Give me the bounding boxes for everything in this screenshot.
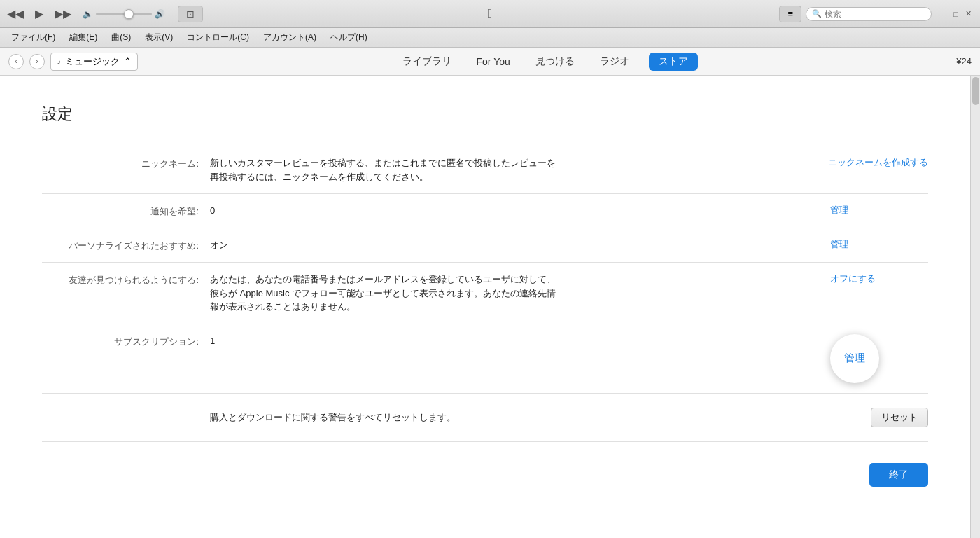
main-scroll-area: 設定 ニックネーム: 新しいカスタマーレビューを投稿する、またはこれまでに匿名で… <box>0 76 980 538</box>
window-controls: — □ ✕ <box>936 9 974 18</box>
playback-controls: ◀◀ ▶ ▶▶ 🔈 🔊 ⊡ <box>6 4 203 24</box>
volume-track[interactable] <box>96 13 152 15</box>
action-notification: 管理 <box>816 204 928 216</box>
settings-table: ニックネーム: 新しいカスタマーレビューを投稿する、またはこれまでに匿名で投稿し… <box>42 146 928 394</box>
source-label: ミュージック <box>65 55 120 68</box>
airplay-button[interactable]: ⊡ <box>178 6 203 22</box>
nav-forward-button[interactable]: › <box>29 54 45 69</box>
title-bar: ◀◀ ▶ ▶▶ 🔈 🔊 ⊡  ≡ 🔍 — □ ✕ <box>0 0 980 28</box>
settings-row-nickname: ニックネーム: 新しいカスタマーレビューを投稿する、またはこれまでに匿名で投稿し… <box>42 146 928 194</box>
menu-song[interactable]: 曲(S) <box>106 30 136 45</box>
settings-row-personalized: パーソナライズされたおすすめ: オン 管理 <box>42 228 928 263</box>
settings-row-notification: 通知を希望: 0 管理 <box>42 194 928 228</box>
reset-section: 購入とダウンロードに関する警告をすべてリセットします。 リセット <box>42 394 928 442</box>
source-chevron-icon: ⌃ <box>124 56 132 67</box>
label-notification: 通知を希望: <box>42 204 210 218</box>
create-nickname-link[interactable]: ニックネームを作成する <box>828 157 928 167</box>
apple-logo-icon:  <box>488 6 493 21</box>
action-personalized: 管理 <box>816 238 928 251</box>
search-input[interactable] <box>825 9 923 19</box>
manage-notification-link[interactable]: 管理 <box>830 205 848 215</box>
scrollbar-thumb[interactable] <box>972 77 979 105</box>
list-view-button[interactable]: ≡ <box>779 6 802 22</box>
action-subscription: 管理 <box>816 334 928 383</box>
nav-bar: ‹ › ♪ ミュージック ⌃ ライブラリ For You 見つける ラジオ スト… <box>0 48 980 76</box>
reset-button[interactable]: リセット <box>871 408 928 427</box>
manage-subscription-popup[interactable]: 管理 <box>830 334 879 383</box>
value-subscription: 1 <box>210 334 560 348</box>
settings-row-subscription: サブスクリプション: 1 管理 <box>42 324 928 394</box>
tab-store[interactable]: ストア <box>649 53 698 71</box>
volume-low-icon: 🔈 <box>83 9 93 19</box>
value-friends: あなたは、あなたの電話番号またはメールアドレスを登録しているユーザに対して、彼ら… <box>210 273 560 314</box>
account-price: ¥24 <box>956 56 972 67</box>
music-note-icon: ♪ <box>57 57 61 67</box>
label-personalized: パーソナライズされたおすすめ: <box>42 238 210 252</box>
volume-thumb[interactable] <box>124 9 134 19</box>
reset-text: 購入とダウンロードに関する警告をすべてリセットします。 <box>210 411 871 424</box>
manage-personalized-link[interactable]: 管理 <box>830 239 848 249</box>
turnoff-friends-link[interactable]: オフにする <box>830 273 876 284</box>
value-personalized: オン <box>210 238 560 252</box>
volume-slider-area: 🔈 🔊 <box>83 9 165 19</box>
action-nickname: ニックネームを作成する <box>814 156 928 169</box>
menu-help[interactable]: ヘルプ(H) <box>325 30 373 45</box>
title-bar-right: ≡ 🔍 — □ ✕ <box>779 6 980 22</box>
tab-foryou[interactable]: For You <box>471 53 516 70</box>
nav-back-button[interactable]: ‹ <box>8 54 24 69</box>
menu-file[interactable]: ファイル(F) <box>6 30 61 45</box>
settings-row-friends: 友達が見つけられるようにする: あなたは、あなたの電話番号またはメールアドレスを… <box>42 263 928 324</box>
menu-controls[interactable]: コントロール(C) <box>181 30 255 45</box>
done-section: 終了 <box>42 442 928 487</box>
menu-view[interactable]: 表示(V) <box>139 30 178 45</box>
back-button[interactable]: ◀◀ <box>6 4 25 24</box>
forward-button[interactable]: ▶▶ <box>53 4 73 24</box>
title-bar-center:  <box>488 6 493 21</box>
menu-bar: ファイル(F) 編集(E) 曲(S) 表示(V) コントロール(C) アカウント… <box>0 28 980 48</box>
settings-title: 設定 <box>42 104 928 125</box>
value-nickname: 新しいカスタマーレビューを投稿する、またはこれまでに匿名で投稿したレビューを再投… <box>210 156 560 184</box>
value-notification: 0 <box>210 204 560 218</box>
label-nickname: ニックネーム: <box>42 156 210 170</box>
done-button[interactable]: 終了 <box>869 463 928 487</box>
content-area: 設定 ニックネーム: 新しいカスタマーレビューを投稿する、またはこれまでに匿名で… <box>0 76 970 538</box>
action-friends: オフにする <box>816 273 928 285</box>
play-button[interactable]: ▶ <box>29 4 49 24</box>
list-icon: ≡ <box>788 8 794 19</box>
menu-edit[interactable]: 編集(E) <box>64 30 103 45</box>
close-button[interactable]: ✕ <box>962 9 974 18</box>
scrollbar-right[interactable] <box>970 76 980 538</box>
minimize-button[interactable]: — <box>936 10 949 18</box>
label-friends: 友達が見つけられるようにする: <box>42 273 210 287</box>
tab-mitsukeru[interactable]: 見つける <box>530 53 580 71</box>
source-selector[interactable]: ♪ ミュージック ⌃ <box>50 53 138 71</box>
search-box[interactable]: 🔍 <box>806 7 932 21</box>
volume-high-icon: 🔊 <box>155 9 165 19</box>
tab-radio[interactable]: ラジオ <box>594 53 635 71</box>
menu-account[interactable]: アカウント(A) <box>258 30 322 45</box>
tab-library[interactable]: ライブラリ <box>397 53 457 71</box>
label-subscription: サブスクリプション: <box>42 334 210 348</box>
search-icon: 🔍 <box>812 9 822 18</box>
nav-tabs: ライブラリ For You 見つける ラジオ ストア <box>144 53 951 71</box>
maximize-button[interactable]: □ <box>951 10 961 18</box>
